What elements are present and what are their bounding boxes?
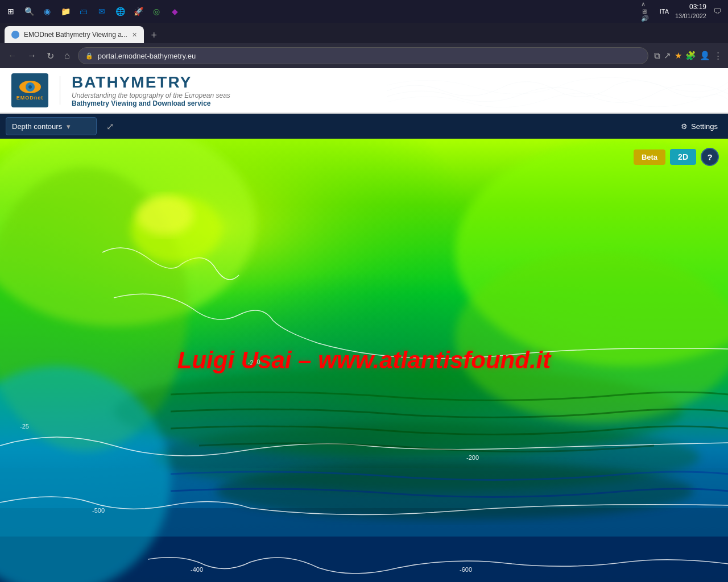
app-icon[interactable]: ◆	[168, 5, 181, 18]
notification-icon[interactable]: 🗨	[711, 5, 723, 18]
start-button[interactable]: ⊞	[5, 5, 17, 18]
taskbar-left: ⊞ 🔍 ◉ 📁 🗃 ✉ 🌐 🚀 ◎ ◆	[5, 5, 181, 18]
svg-text:-400: -400	[191, 566, 203, 573]
tab-favicon	[11, 31, 19, 39]
dropdown-chevron-icon: ▾	[67, 122, 71, 131]
site-subtitle: Understanding the topography of the Euro…	[72, 92, 230, 99]
2d-button[interactable]: 2D	[670, 149, 696, 165]
back-button[interactable]: ←	[6, 48, 19, 63]
depth-contours-dropdown[interactable]: Depth contours ▾	[6, 117, 97, 135]
svg-text:-25: -25	[20, 423, 29, 430]
mail-icon[interactable]: ✉	[96, 5, 108, 18]
menu-icon[interactable]: ⋮	[714, 51, 722, 61]
address-bar: ← → ↻ ⌂ 🔒 portal.emodnet-bathymetry.eu ⧉…	[0, 43, 728, 68]
depth-contours-label: Depth contours	[12, 122, 62, 131]
active-tab[interactable]: EMODnet Bathymetry Viewing a... ✕	[5, 26, 144, 43]
settings-button[interactable]: ⚙ Settings	[676, 120, 722, 133]
refresh-button[interactable]: ↻	[44, 48, 56, 64]
svg-text:-500: -500	[92, 507, 105, 514]
windows-taskbar: ⊞ 🔍 ◉ 📁 🗃 ✉ 🌐 🚀 ◎ ◆ ∧ 🖥 🔊 ITA 03:19 13/0…	[0, 0, 728, 23]
address-actions: ⧉ ↗ ★ 🧩 👤 ⋮	[654, 51, 722, 61]
edge-icon[interactable]: ◉	[41, 5, 53, 18]
map-toolbar: Depth contours ▾ ⤢ ⚙ Settings	[0, 114, 728, 139]
globe-icon[interactable]: 🌐	[114, 5, 126, 18]
bathymetry-map: -200 -200 -500 -400 -600 -1000 -1005 -25	[0, 139, 728, 582]
lock-icon: 🔒	[85, 52, 93, 60]
svg-point-24	[136, 196, 193, 235]
settings-icon: ⚙	[681, 122, 688, 131]
store-icon[interactable]: 🗃	[77, 5, 90, 18]
tab-title: EMODnet Bathymetry Viewing a...	[24, 31, 127, 39]
svg-text:-200: -200	[247, 358, 260, 366]
language-indicator: ITA	[658, 5, 671, 18]
address-text: portal.emodnet-bathymetry.eu	[98, 52, 196, 60]
logo-container: EMODnet	[11, 73, 48, 107]
site-service: Bathymetry Viewing and Download service	[72, 99, 230, 107]
address-input[interactable]: 🔒 portal.emodnet-bathymetry.eu	[78, 47, 648, 64]
topo-decoration	[387, 68, 728, 114]
forward-button[interactable]: →	[25, 48, 39, 63]
expand-button[interactable]: ⤢	[101, 118, 118, 135]
svg-text:-600: -600	[460, 566, 472, 573]
svg-text:-200: -200	[466, 454, 479, 461]
header-divider	[60, 76, 60, 105]
profile-icon[interactable]: 👤	[700, 51, 710, 61]
system-icons: ∧ 🖥 🔊	[641, 5, 653, 18]
emodnet-logo: EMODnet	[11, 73, 48, 107]
rocket-icon[interactable]: 🚀	[132, 5, 144, 18]
tab-bar: EMODnet Bathymetry Viewing a... ✕ +	[0, 23, 728, 43]
map-overlay-controls: Beta 2D ?	[634, 148, 719, 166]
clock: 03:19 13/01/2022	[675, 3, 706, 20]
close-tab-button[interactable]: ✕	[132, 31, 137, 39]
extensions-icon[interactable]: 🧩	[685, 51, 696, 61]
map-area[interactable]: -200 -200 -500 -400 -600 -1000 -1005 -25	[0, 139, 728, 582]
copy-icon[interactable]: ⧉	[654, 51, 660, 61]
settings-label: Settings	[691, 122, 718, 131]
chrome-icon[interactable]: ◎	[150, 5, 163, 18]
new-tab-button[interactable]: +	[146, 27, 162, 43]
share-icon[interactable]: ↗	[664, 51, 671, 61]
site-title: BATHYMETRY	[72, 73, 230, 92]
home-button[interactable]: ⌂	[62, 48, 72, 63]
site-title-block: BATHYMETRY Understanding the topography …	[72, 73, 230, 107]
bookmark-icon[interactable]: ★	[675, 51, 682, 61]
help-button[interactable]: ?	[701, 148, 719, 166]
taskbar-right: ∧ 🖥 🔊 ITA 03:19 13/01/2022 🗨	[641, 3, 723, 20]
beta-badge: Beta	[634, 149, 665, 165]
search-icon[interactable]: 🔍	[23, 5, 35, 18]
file-manager-icon[interactable]: 📁	[59, 5, 72, 18]
site-header: EMODnet BATHYMETRY Understanding the top…	[0, 68, 728, 114]
